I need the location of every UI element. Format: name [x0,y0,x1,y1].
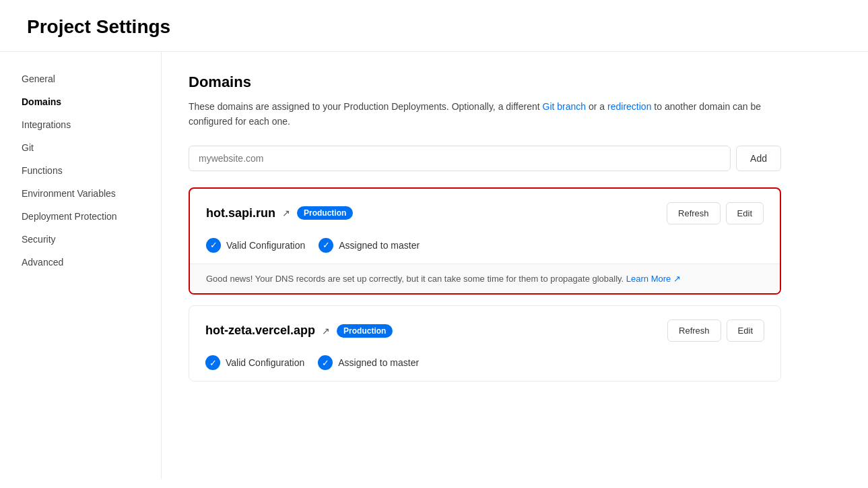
domain-actions-domain1: RefreshEdit [667,202,764,224]
domain-info-domain2: hot-zeta.vercel.app↗Production [205,324,393,338]
check-icon: ✓ [205,355,220,370]
domain-name-domain1: hot.sapi.run [206,206,275,220]
refresh-button-domain2[interactable]: Refresh [667,319,721,342]
domain-badge-domain1: Production [297,206,353,220]
sidebar-item-git[interactable]: Git [13,137,147,158]
layout: GeneralDomainsIntegrationsGitFunctionsEn… [0,52,868,479]
sidebar-item-deployment-protection[interactable]: Deployment Protection [13,206,147,227]
status-item: ✓Valid Configuration [205,355,304,370]
edit-button-domain1[interactable]: Edit [726,202,764,224]
sidebar-item-domains[interactable]: Domains [13,91,147,113]
sidebar: GeneralDomainsIntegrationsGitFunctionsEn… [0,52,162,479]
domain-badge-domain2: Production [337,324,393,338]
domain-main-row-domain2: hot-zeta.vercel.app↗ProductionRefreshEdi… [189,306,780,355]
domain-card-domain2: hot-zeta.vercel.app↗ProductionRefreshEdi… [189,305,781,382]
sidebar-item-functions[interactable]: Functions [13,160,147,181]
add-domain-button[interactable]: Add [736,146,781,171]
external-link-icon[interactable]: ↗ [282,208,290,218]
section-description: These domains are assigned to your Produ… [189,99,781,129]
check-icon: ✓ [206,238,221,253]
page-title: Project Settings [27,16,841,38]
git-branch-link[interactable]: Git branch [543,101,587,112]
learn-more-link[interactable]: Learn More ↗ [626,274,681,284]
external-link-icon[interactable]: ↗ [322,326,330,336]
domain-status-row-domain2: ✓Valid Configuration✓Assigned to master [189,355,780,381]
status-item: ✓Valid Configuration [206,238,305,253]
domain-input[interactable] [189,146,731,171]
domain-main-row-domain1: hot.sapi.run↗ProductionRefreshEdit [190,189,780,238]
main-content: Domains These domains are assigned to yo… [162,52,808,479]
sidebar-item-integrations[interactable]: Integrations [13,114,147,135]
add-domain-row: Add [189,146,781,171]
domain-card-domain1: hot.sapi.run↗ProductionRefreshEdit✓Valid… [189,187,781,295]
redirection-link[interactable]: redirection [607,101,651,112]
domain-status-row-domain1: ✓Valid Configuration✓Assigned to master [190,238,780,264]
domains-list: hot.sapi.run↗ProductionRefreshEdit✓Valid… [189,187,781,382]
status-label: Assigned to master [338,357,419,368]
sidebar-item-environment-variables[interactable]: Environment Variables [13,183,147,204]
sidebar-item-advanced[interactable]: Advanced [13,251,147,273]
status-item: ✓Assigned to master [319,238,420,253]
status-label: Valid Configuration [226,240,305,251]
status-item: ✓Assigned to master [318,355,419,370]
status-label: Assigned to master [339,240,420,251]
edit-button-domain2[interactable]: Edit [727,319,764,342]
sidebar-item-security[interactable]: Security [13,228,147,250]
desc-text-2: or a [586,101,607,112]
domain-name-domain2: hot-zeta.vercel.app [205,324,315,338]
desc-text-1: These domains are assigned to your Produ… [189,101,543,112]
dns-notice-domain1: Good news! Your DNS records are set up c… [190,264,780,294]
domain-info-domain1: hot.sapi.run↗Production [206,206,353,220]
check-icon: ✓ [318,355,333,370]
page-header: Project Settings [0,0,868,52]
refresh-button-domain1[interactable]: Refresh [667,202,721,224]
sidebar-item-general[interactable]: General [13,68,147,90]
check-icon: ✓ [319,238,333,253]
domain-actions-domain2: RefreshEdit [667,319,764,342]
status-label: Valid Configuration [226,357,304,368]
section-title: Domains [189,73,781,91]
